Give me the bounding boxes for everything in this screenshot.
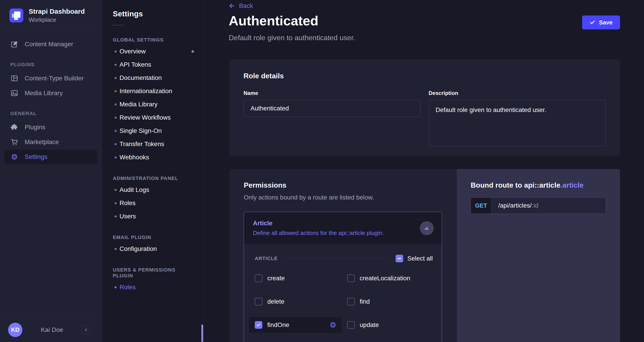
sidebar-section-general: GENERAL <box>10 111 102 117</box>
check-icon <box>256 323 261 327</box>
settings-item-up-roles[interactable]: Roles <box>102 280 204 294</box>
role-details-form: Name Description Default role given to a… <box>244 90 606 147</box>
find-checkbox[interactable] <box>347 298 355 305</box>
create-checkbox[interactable] <box>255 274 262 282</box>
settings-item-overview[interactable]: Overview <box>102 45 204 58</box>
permission-update: update <box>347 320 433 330</box>
strapi-logo-icon <box>10 9 23 23</box>
settings-sidebar: Settings GLOBAL SETTINGS Overview API To… <box>102 0 204 342</box>
notification-dot <box>192 50 194 53</box>
select-all-label: Select all <box>407 255 433 262</box>
brand-text: Strapi Dashboard Workplace <box>29 8 85 23</box>
sidebar-item-content-manager[interactable]: Content Manager <box>4 37 97 51</box>
sidebar-item-media-library[interactable]: Media Library <box>4 86 97 100</box>
settings-item-users[interactable]: Users <box>102 210 204 223</box>
puzzle-icon <box>10 123 18 131</box>
description-label: Description <box>429 90 606 96</box>
scrollbar-thumb[interactable] <box>201 324 203 342</box>
permission-findOne[interactable]: findOne ⚙ <box>249 317 341 333</box>
settings-item-admin-roles[interactable]: Roles <box>102 196 204 210</box>
section-users-permissions-plugin: USERS & PERMISSIONS PLUGIN <box>113 267 193 279</box>
settings-item-audit-logs[interactable]: Audit Logs <box>102 183 204 196</box>
description-field-group: Description Default role given to authen… <box>429 90 606 147</box>
check-icon <box>590 20 595 25</box>
route-path: /api/articles/:id <box>492 198 545 213</box>
back-link[interactable]: Back <box>229 2 253 10</box>
route-bar: GET /api/articles/:id <box>471 197 606 214</box>
description-textarea[interactable]: Default role given to authenticated user… <box>429 100 606 146</box>
permissions-card: Permissions Only actions bound by a rout… <box>229 169 457 342</box>
accordion-title: Article <box>253 220 384 227</box>
sidebar-item-label: Plugins <box>25 124 45 131</box>
sidebar-item-content-type-builder[interactable]: Content-Type Builder <box>4 71 97 86</box>
permissions-section: Permissions Only actions bound by a rout… <box>229 169 620 342</box>
settings-item-media-library[interactable]: Media Library <box>102 98 204 111</box>
sidebar-item-label: Content-Type Builder <box>25 75 84 82</box>
article-group-row: ARTICLE Select all <box>255 255 433 262</box>
role-details-title: Role details <box>244 72 606 80</box>
page-title: Authenticated <box>229 13 318 29</box>
sidebar-item-marketplace[interactable]: Marketplace <box>4 135 97 149</box>
bound-route-action: .article <box>560 181 584 189</box>
sidebar-item-plugins[interactable]: Plugins <box>4 120 97 134</box>
findOne-checkbox[interactable] <box>255 321 262 329</box>
workspace-switcher[interactable]: Strapi Dashboard Workplace <box>0 0 102 31</box>
main-content: Back Authenticated Default role given to… <box>204 0 644 342</box>
indeterminate-icon <box>398 258 401 259</box>
content-type-builder-icon <box>10 74 18 82</box>
select-all-checkbox[interactable] <box>396 255 403 262</box>
settings-item-review-workflows[interactable]: Review Workflows <box>102 111 204 124</box>
http-method-badge: GET <box>471 198 492 213</box>
user-name: Kai Doe <box>41 326 63 333</box>
settings-item-api-tokens[interactable]: API Tokens <box>102 58 204 71</box>
settings-sidebar-title: Settings <box>113 10 204 18</box>
settings-item-webhooks[interactable]: Webhooks <box>102 151 204 164</box>
update-checkbox[interactable] <box>347 321 355 329</box>
collapse-sidebar-button[interactable] <box>82 325 90 334</box>
page-subtitle: Default role given to authenticated user… <box>229 34 355 42</box>
section-email-plugin: EMAIL PLUGIN <box>113 234 193 240</box>
title-divider <box>113 25 124 25</box>
save-button[interactable]: Save <box>582 16 620 30</box>
sidebar-item-label: Marketplace <box>25 138 59 146</box>
advanced-settings-gear-icon[interactable]: ⚙ <box>330 321 336 329</box>
main-navigation: Content Manager PLUGINS Content-Type Bui… <box>0 31 102 164</box>
name-label: Name <box>244 90 421 96</box>
createLocalization-checkbox[interactable] <box>347 274 355 282</box>
collapse-accordion-button[interactable] <box>420 221 434 235</box>
user-row: KD Kai Doe <box>0 317 102 342</box>
sidebar-item-settings[interactable]: ⚙ Settings <box>4 150 97 164</box>
settings-item-single-sign-on[interactable]: Single Sign-On <box>102 124 204 137</box>
permission-createLocalization: createLocalization <box>347 273 433 283</box>
permissions-title: Permissions <box>244 181 442 189</box>
name-field-group: Name <box>244 90 421 147</box>
permission-find: find <box>347 296 433 307</box>
arrow-left-icon <box>229 3 236 9</box>
settings-item-documentation[interactable]: Documentation <box>102 71 204 84</box>
actions-grid: create createLocalization delete fi <box>255 273 433 330</box>
group-divider <box>284 258 388 259</box>
sidebar-item-label: Media Library <box>25 90 63 97</box>
name-input[interactable] <box>244 100 421 117</box>
bound-route-title: Bound route to api::article.article <box>471 181 606 189</box>
avatar[interactable]: KD <box>8 323 22 337</box>
feather-icon <box>10 40 18 48</box>
workspace-name: Workplace <box>29 16 85 23</box>
chevron-left-icon <box>84 327 88 332</box>
settings-item-transfer-tokens[interactable]: Transfer Tokens <box>102 137 204 151</box>
article-accordion-header[interactable]: Article Define all allowed actions for t… <box>244 212 442 244</box>
article-accordion-body: ARTICLE Select all create createLocaliza… <box>244 244 442 342</box>
gear-icon: ⚙ <box>10 153 18 161</box>
bound-route-panel: Bound route to api::article.article GET … <box>457 169 620 342</box>
group-label: ARTICLE <box>255 256 278 261</box>
permission-create: create <box>255 273 347 283</box>
delete-checkbox[interactable] <box>255 298 262 305</box>
permission-delete: delete <box>255 296 347 307</box>
section-administration-panel: ADMINISTRATION PANEL <box>113 175 193 181</box>
permissions-subtitle: Only actions bound by a route are listed… <box>244 194 442 201</box>
media-library-icon <box>10 89 18 97</box>
settings-item-internationalization[interactable]: Internationalization <box>102 84 204 98</box>
section-global-settings: GLOBAL SETTINGS <box>113 37 193 43</box>
settings-item-configuration[interactable]: Configuration <box>102 242 204 255</box>
article-accordion: Article Define all allowed actions for t… <box>244 212 442 342</box>
